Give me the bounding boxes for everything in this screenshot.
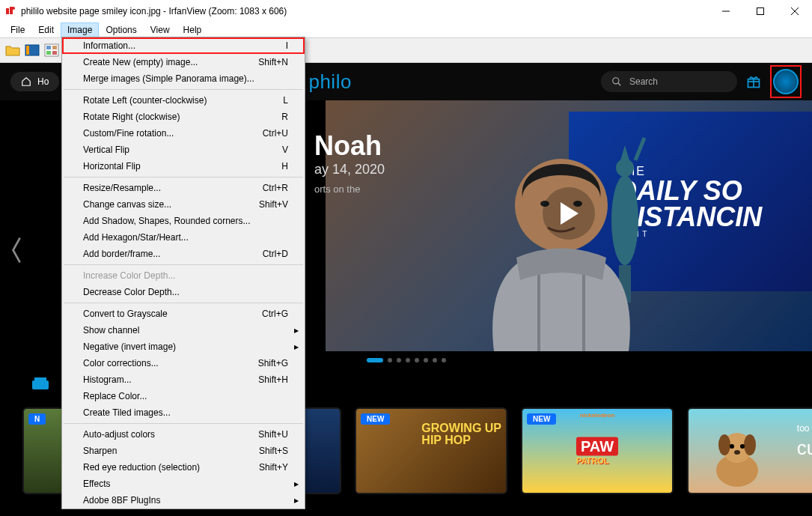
- thumbnail-card[interactable]: NEWGROWING UPHIP HOP: [355, 407, 507, 494]
- menu-item-rotate-left-counter-clockwise[interactable]: Rotate Left (counter-clockwise)L: [62, 92, 305, 109]
- svg-rect-4: [757, 8, 764, 15]
- menu-item-label: Custom/Fine rotation...: [83, 128, 263, 139]
- menu-item-auto-adjust-colors[interactable]: Auto-adjust colorsShift+U: [62, 426, 305, 443]
- menu-item-label: Create Tiled images...: [83, 407, 288, 418]
- search-icon: [611, 76, 622, 87]
- menu-item-shortcut: Ctrl+R: [263, 183, 288, 193]
- svg-point-55: [744, 434, 756, 455]
- app-logo-icon: [4, 5, 16, 17]
- menu-item-label: Resize/Resample...: [83, 183, 263, 193]
- menu-item-histogram[interactable]: Histogram...Shift+H: [62, 371, 305, 388]
- menu-item-vertical-flip[interactable]: Vertical FlipV: [62, 142, 305, 158]
- menu-item-create-tiled-images[interactable]: Create Tiled images...: [62, 404, 305, 421]
- svg-point-54: [718, 434, 730, 455]
- search-field[interactable]: Search: [601, 71, 737, 92]
- tab-all-icon[interactable]: [30, 376, 51, 392]
- thumb-network: nickelodeon: [580, 412, 615, 419]
- svg-point-57: [740, 444, 745, 449]
- hero-tagline: orts on the: [314, 183, 629, 195]
- menu-item-horizontal-flip[interactable]: Horizontal FlipH: [62, 158, 305, 174]
- menu-help[interactable]: Help: [177, 23, 208, 37]
- menu-item-resize-resample[interactable]: Resize/Resample...Ctrl+R: [62, 180, 305, 196]
- svg-rect-13: [52, 51, 57, 55]
- menu-item-label: Create New (empty) image...: [83, 57, 258, 67]
- prev-hero-button[interactable]: [9, 235, 25, 267]
- maximize-button[interactable]: [743, 0, 778, 22]
- menu-item-shortcut: Shift+G: [258, 358, 288, 368]
- new-badge: NEW: [361, 413, 390, 425]
- home-button[interactable]: Ho: [10, 72, 59, 91]
- menu-item-effects[interactable]: Effects: [62, 476, 305, 492]
- menu-item-merge-images-simple-panorama-image[interactable]: Merge images (Simple Panorama image)...: [62, 70, 305, 87]
- svg-rect-46: [32, 380, 49, 389]
- menu-item-convert-to-grayscale[interactable]: Convert to GrayscaleCtrl+G: [62, 306, 305, 322]
- play-button[interactable]: [543, 187, 595, 240]
- menu-edit[interactable]: Edit: [32, 23, 60, 37]
- open-icon[interactable]: [4, 42, 21, 58]
- thumbnail-card[interactable]: toocute: [687, 407, 812, 494]
- home-label: Ho: [37, 76, 49, 87]
- search-placeholder: Search: [629, 76, 658, 87]
- hero-pagination[interactable]: [367, 358, 446, 362]
- menu-item-sharpen[interactable]: SharpenShift+S: [62, 443, 305, 459]
- svg-rect-12: [46, 51, 51, 55]
- thumb-title: toocute: [797, 413, 812, 460]
- menu-item-label: Merge images (Simple Panorama image)...: [83, 73, 288, 84]
- menu-item-add-hexagon-star-heart[interactable]: Add Hexagon/Star/Heart...: [62, 229, 305, 246]
- menu-item-custom-fine-rotation[interactable]: Custom/Fine rotation...Ctrl+U: [62, 125, 305, 142]
- minimize-button[interactable]: [709, 0, 743, 22]
- svg-rect-10: [46, 46, 51, 49]
- menubar: FileEditImageOptionsViewHelp: [0, 22, 812, 37]
- close-button[interactable]: [778, 0, 812, 22]
- menu-item-shortcut: Shift+Y: [259, 462, 288, 473]
- menu-image[interactable]: Image: [61, 23, 98, 37]
- home-icon: [21, 76, 31, 87]
- svg-point-2: [12, 7, 15, 10]
- menu-item-label: Add border/frame...: [83, 249, 263, 259]
- menu-item-rotate-right-clockwise[interactable]: Rotate Right (clockwise)R: [62, 109, 305, 125]
- menu-item-label: Red eye reduction (selection): [83, 462, 259, 473]
- profile-annotation-box: [770, 65, 802, 98]
- menu-item-shortcut: Ctrl+G: [262, 309, 288, 319]
- menu-item-label: Adobe 8BF PlugIns: [83, 495, 288, 506]
- menu-item-negative-invert-image[interactable]: Negative (invert image): [62, 339, 305, 355]
- svg-rect-11: [52, 46, 57, 49]
- new-badge: N: [28, 413, 46, 425]
- menu-file[interactable]: File: [4, 23, 31, 37]
- menu-item-label: Replace Color...: [83, 391, 288, 401]
- svg-point-32: [613, 78, 619, 84]
- menu-view[interactable]: View: [144, 23, 176, 37]
- profile-avatar[interactable]: [773, 69, 799, 94]
- menu-item-label: Convert to Grayscale: [83, 309, 262, 319]
- svg-marker-45: [561, 202, 579, 225]
- thumbnail-card[interactable]: NEWnickelodeonPAWPATROL: [521, 407, 674, 494]
- menu-separator: [64, 423, 303, 424]
- menu-options[interactable]: Options: [100, 23, 142, 37]
- menu-item-add-border-frame[interactable]: Add border/frame...Ctrl+D: [62, 246, 305, 262]
- menu-item-decrease-color-depth[interactable]: Decrease Color Depth...: [62, 284, 305, 300]
- menu-item-shortcut: V: [282, 145, 288, 155]
- menu-item-add-shadow-shapes-rounded-corners[interactable]: Add Shadow, Shapes, Rounded corners...: [62, 213, 305, 229]
- thumb-title: GROWING UPHIP HOP: [421, 422, 501, 446]
- menu-item-adobe-8bf-plugins[interactable]: Adobe 8BF PlugIns: [62, 492, 305, 509]
- menu-item-change-canvas-size[interactable]: Change canvas size...Shift+V: [62, 196, 305, 213]
- batch-icon[interactable]: [43, 42, 60, 58]
- svg-line-33: [618, 83, 621, 86]
- menu-item-information[interactable]: Information...I: [62, 37, 305, 54]
- menu-item-label: Decrease Color Depth...: [83, 287, 288, 297]
- menu-separator: [64, 264, 303, 265]
- menu-item-label: Change canvas size...: [83, 199, 259, 210]
- menu-item-color-corrections[interactable]: Color corrections...Shift+G: [62, 355, 305, 371]
- menu-item-replace-color[interactable]: Replace Color...: [62, 388, 305, 404]
- menu-item-show-channel[interactable]: Show channel: [62, 322, 305, 339]
- menu-item-red-eye-reduction-selection[interactable]: Red eye reduction (selection)Shift+Y: [62, 459, 305, 476]
- svg-rect-0: [6, 8, 9, 14]
- menu-item-create-new-empty-image[interactable]: Create New (empty) image...Shift+N: [62, 54, 305, 70]
- hero-title: Noah: [314, 130, 629, 162]
- menu-item-label: Auto-adjust colors: [83, 429, 258, 440]
- menu-item-increase-color-depth: Increase Color Depth...: [62, 267, 305, 284]
- gift-icon[interactable]: [746, 74, 761, 89]
- slideshow-icon[interactable]: [24, 42, 40, 58]
- menu-item-label: Rotate Left (counter-clockwise): [83, 95, 283, 106]
- menu-item-label: Add Shadow, Shapes, Rounded corners...: [83, 216, 288, 226]
